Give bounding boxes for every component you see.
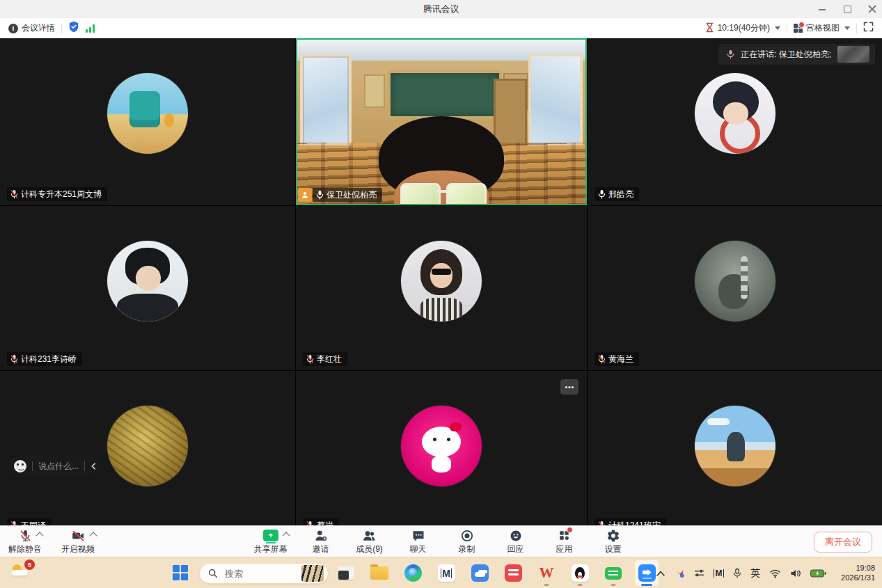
maximize-icon[interactable] — [843, 5, 851, 13]
taskbar-apps: M W — [334, 560, 659, 586]
taskbar-app-wps[interactable]: W — [535, 560, 558, 586]
settings-button[interactable]: 设置 — [598, 528, 629, 555]
meeting-details-label: 会议详情 — [22, 22, 55, 34]
avatar — [107, 406, 188, 486]
mic-muted-icon — [10, 189, 18, 199]
speaker-icon[interactable] — [790, 569, 801, 578]
record-icon — [460, 528, 474, 543]
emoji-icon[interactable] — [14, 460, 26, 472]
minimize-icon[interactable] — [818, 5, 826, 13]
clock-date: 2026/1/31 — [841, 573, 875, 583]
close-icon[interactable] — [868, 5, 876, 13]
mic-muted-icon — [598, 354, 606, 364]
tray-mic-icon[interactable] — [733, 568, 741, 578]
qq-penguin-icon — [572, 564, 589, 582]
taskbar-app-clouddrive[interactable] — [468, 560, 491, 586]
input-method-indicator[interactable]: 英 — [750, 567, 760, 580]
network-signal-icon[interactable] — [86, 24, 95, 33]
taskbar-app-desktop[interactable] — [334, 560, 358, 586]
participant-tile[interactable]: 黄海兰 — [588, 206, 882, 370]
view-mode-dropdown[interactable]: 宫格视图 — [794, 22, 850, 34]
participant-tile[interactable]: 计科专升本251周文博 — [0, 38, 295, 205]
chevron-down-icon — [844, 26, 850, 30]
fullscreen-icon[interactable] — [863, 22, 874, 35]
participant-name-tag: 李红壮 — [303, 352, 347, 366]
meeting-toolbar: i 会议详情 10:19(40分钟) 宫格视图 — [0, 18, 882, 38]
invite-button[interactable]: 邀请 — [306, 528, 336, 555]
view-mode-label: 宫格视图 — [806, 22, 840, 34]
participant-name: 计科1241班宋 — [608, 520, 661, 526]
reactions-button[interactable]: 回应 — [501, 528, 531, 555]
tray-tune-icon[interactable] — [694, 569, 704, 578]
wps-icon: W — [540, 564, 554, 582]
more-options-button[interactable] — [560, 379, 578, 395]
window-title: 腾讯会议 — [423, 3, 459, 15]
meeting-timer-dropdown[interactable]: 10:19(40分钟) — [705, 22, 780, 35]
active-indicator — [641, 584, 652, 586]
mic-on-icon — [598, 189, 606, 199]
mic-muted-icon — [19, 528, 32, 543]
participant-name: 王同译 — [21, 520, 46, 526]
chevron-left-icon[interactable] — [90, 462, 96, 470]
participant-tile[interactable]: 说点什么... 王同译 — [0, 371, 295, 525]
chevron-down-icon — [775, 26, 780, 30]
avatar — [107, 241, 188, 321]
taskbar-app-tencent-meeting[interactable] — [635, 560, 659, 586]
tray-app-icon[interactable] — [675, 569, 685, 578]
weather-badge: 5 — [24, 559, 35, 570]
quick-chat-bubble[interactable]: 说点什么... — [7, 456, 103, 477]
participant-name: 黄海兰 — [608, 353, 633, 365]
taskbar-app-qq[interactable] — [568, 560, 592, 586]
notification-dot — [567, 527, 573, 533]
leave-meeting-button[interactable]: 离开会议 — [814, 532, 872, 553]
share-screen-icon — [263, 528, 278, 543]
taskbar-app-edge[interactable] — [401, 560, 425, 586]
chat-placeholder[interactable]: 说点什么... — [38, 461, 79, 472]
participant-tile[interactable]: 李红壮 — [296, 206, 587, 370]
search-input[interactable] — [223, 568, 290, 580]
participant-tile[interactable]: 计科231李诗峤 — [0, 206, 295, 370]
taskbar-clock[interactable]: 19:08 2026/1/31 — [841, 564, 875, 583]
avatar — [401, 241, 482, 321]
tray-chevron-up-icon[interactable] — [656, 570, 666, 577]
start-video-button[interactable]: 开启视频 — [61, 528, 95, 555]
tray-m-logo-icon[interactable]: M — [714, 569, 724, 578]
participant-tile[interactable]: 蔡岩 — [296, 371, 587, 525]
chat-button[interactable]: 聊天 — [403, 528, 434, 555]
participant-tile[interactable]: 计科1241班宋 — [588, 371, 882, 525]
taskbar-app-m[interactable]: M — [434, 560, 458, 586]
security-shield-icon[interactable] — [68, 21, 79, 35]
battery-icon[interactable] — [810, 569, 826, 578]
share-screen-button[interactable]: 共享屏幕 — [254, 528, 288, 555]
speaking-text: 正在讲话: 保卫处倪柏亮; — [741, 49, 831, 61]
taskbar-weather-widget[interactable]: 5 — [11, 563, 32, 581]
speaker-head — [368, 116, 514, 204]
chevron-up-icon[interactable] — [89, 532, 97, 539]
record-button[interactable]: 录制 — [452, 528, 482, 555]
start-button[interactable] — [173, 565, 188, 580]
apps-button[interactable]: 应用 — [549, 528, 580, 555]
running-indicator — [544, 584, 549, 586]
mic-on-icon — [316, 190, 324, 200]
chevron-up-icon[interactable] — [36, 532, 43, 539]
chevron-up-icon[interactable] — [282, 532, 290, 539]
taskbar-app-red[interactable] — [501, 560, 525, 586]
smiley-icon — [509, 528, 523, 543]
meeting-timer: 10:19(40分钟) — [718, 22, 770, 34]
participant-name-tag: 计科1241班宋 — [594, 518, 666, 525]
members-icon — [362, 528, 377, 543]
taskbar-search[interactable] — [199, 563, 329, 584]
speaking-banner: 正在讲话: 保卫处倪柏亮; — [718, 44, 875, 65]
participant-name-tag: 计科231李诗峤 — [7, 352, 82, 366]
participant-tile-active-speaker[interactable]: 保卫处倪柏亮 — [296, 38, 587, 205]
taskbar-app-explorer[interactable] — [368, 560, 391, 586]
participant-name-tag: 邢皓亮 — [594, 187, 639, 201]
wifi-icon[interactable] — [769, 569, 781, 578]
participant-name-tag: 计科专升本251周文博 — [7, 187, 107, 201]
taskbar-app-messenger[interactable] — [601, 560, 625, 586]
unmute-button[interactable]: 解除静音 — [8, 528, 42, 555]
meeting-footer-toolbar: 解除静音 开启视频 共享屏幕 邀请 成 — [0, 525, 882, 557]
chat-icon — [411, 528, 425, 543]
meeting-details-button[interactable]: i 会议详情 — [8, 22, 55, 34]
members-button[interactable]: 成员(9) — [354, 528, 385, 555]
